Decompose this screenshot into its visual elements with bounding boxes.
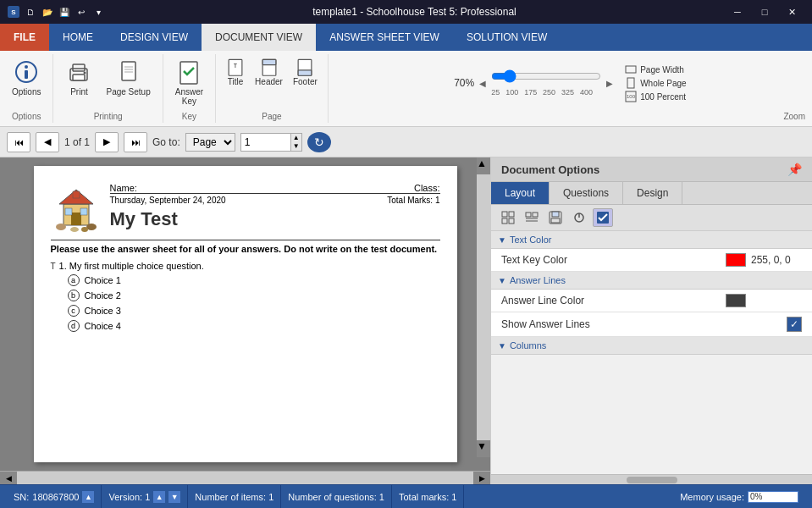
svg-rect-39 xyxy=(533,213,538,217)
columns-header[interactable]: ▼ Columns xyxy=(491,337,812,355)
memory-value: 0% xyxy=(750,492,762,501)
svg-rect-35 xyxy=(509,212,514,217)
nav-last-button[interactable]: ⏭ xyxy=(124,132,147,152)
show-answer-lines-label: Show Answer Lines xyxy=(501,318,787,330)
answer-lines-header[interactable]: ▼ Answer Lines xyxy=(491,272,812,290)
tab-home[interactable]: HOME xyxy=(49,24,107,51)
answer-key-button[interactable]: AnswerKey xyxy=(170,56,208,108)
page-number-up[interactable]: ▲ xyxy=(291,134,301,142)
title-button[interactable]: T Title xyxy=(223,56,248,88)
tab-design[interactable]: Design xyxy=(623,182,682,204)
date-line: Thursday, September 24, 2020 Total Marks… xyxy=(110,196,440,205)
pin-button[interactable]: 📌 xyxy=(787,163,802,176)
nav-first-button[interactable]: ⏮ xyxy=(7,132,30,152)
right-panel-header: Document Options 📌 xyxy=(491,157,812,182)
toolbar-btn-check[interactable] xyxy=(593,208,613,227)
svg-rect-6 xyxy=(73,64,85,71)
tab-answer-sheet-view[interactable]: ANSWER SHEET VIEW xyxy=(316,24,453,51)
vertical-scrollbar[interactable]: ▲ ▼ xyxy=(477,157,490,457)
minimize-button[interactable]: ─ xyxy=(724,0,751,24)
window-controls: ─ □ ✕ xyxy=(724,0,805,24)
document-area[interactable]: ▲ ▼ xyxy=(0,157,490,471)
page-type-select[interactable]: Page xyxy=(185,133,235,152)
page-number-down[interactable]: ▼ xyxy=(291,142,301,151)
page-setup-button[interactable]: Page Setup xyxy=(101,56,155,99)
tab-document-view[interactable]: DOCUMENT VIEW xyxy=(202,24,316,51)
version-up-arrow[interactable]: ▲ xyxy=(153,491,165,503)
zoom-label-25: 25 xyxy=(491,88,500,97)
test-instructions: Please use the answer sheet for all of y… xyxy=(51,240,440,254)
page-number-spinner: ▲ ▼ xyxy=(291,133,302,152)
page-width-button[interactable]: Page Width xyxy=(625,64,686,75)
memory-bar: 0% xyxy=(748,491,798,503)
svg-rect-36 xyxy=(502,218,507,224)
header-button[interactable]: Header xyxy=(251,56,286,88)
total-marks: Total Marks: 1 xyxy=(387,196,439,205)
answer-line-color-swatch[interactable] xyxy=(726,294,746,307)
panel-bottom-scrollbar[interactable] xyxy=(491,474,812,484)
tab-file[interactable]: FILE xyxy=(0,24,49,51)
open-icon[interactable]: 📂 xyxy=(41,5,54,19)
new-icon[interactable]: 🗋 xyxy=(24,5,37,19)
svg-rect-19 xyxy=(299,70,312,75)
whole-page-label: Whole Page xyxy=(640,79,686,88)
nav-prev-button[interactable]: ◀ xyxy=(36,132,59,152)
footer-button[interactable]: Footer xyxy=(290,56,321,88)
toolbar-btn-save[interactable] xyxy=(545,208,566,227)
scroll-thumb-down[interactable]: ▼ xyxy=(477,440,490,457)
status-bar: SN: 180867800 ▲ Version: 1 ▲ ▼ Number of… xyxy=(0,484,812,508)
whole-page-button[interactable]: Whole Page xyxy=(625,77,686,89)
text-key-color-label: Text Key Color xyxy=(501,254,726,266)
choice-b: b Choice 2 xyxy=(68,290,440,301)
choice-d-circle: d xyxy=(68,320,80,332)
toolbar-btn-grid[interactable] xyxy=(498,208,518,227)
percent-100-label: 100 Percent xyxy=(640,92,686,102)
text-color-header[interactable]: ▼ Text Color xyxy=(491,231,812,249)
options-label: Options xyxy=(12,87,41,97)
version-down-arrow[interactable]: ▼ xyxy=(168,491,180,503)
memory-label: Memory usage: xyxy=(680,492,744,502)
tab-questions[interactable]: Questions xyxy=(550,182,623,204)
t-marker: T xyxy=(51,262,56,271)
save-icon[interactable]: 💾 xyxy=(58,5,71,19)
print-button[interactable]: Print xyxy=(60,56,97,99)
show-answer-lines-checkbox[interactable] xyxy=(787,317,802,332)
svg-rect-7 xyxy=(73,75,85,80)
dropdown-icon[interactable]: ▾ xyxy=(91,5,105,19)
zoom-right-arrow[interactable]: ▶ xyxy=(606,79,613,88)
marks-label: Total marks: 1 xyxy=(399,492,456,502)
toolbar-btn-list[interactable] xyxy=(522,208,542,227)
horizontal-scrollbar[interactable]: ◀ ▶ xyxy=(0,471,490,484)
zoom-left-arrow[interactable]: ◀ xyxy=(479,79,486,88)
window-title: template1 - Schoolhouse Test 5: Professi… xyxy=(312,6,516,18)
ribbon-group-key: AnswerKey Key xyxy=(163,54,216,123)
percent-100-button[interactable]: 100 100 Percent xyxy=(625,91,686,102)
undo-icon[interactable]: ↩ xyxy=(75,5,88,19)
scroll-right-btn[interactable]: ▶ xyxy=(473,472,490,484)
options-group-label: Options xyxy=(12,112,41,121)
answer-line-color-label: Answer Line Color xyxy=(501,295,726,306)
status-marks: Total marks: 1 xyxy=(392,485,464,508)
options-button[interactable]: Options xyxy=(7,56,46,99)
text-key-color-swatch[interactable] xyxy=(726,253,746,267)
choice-d-text: Choice 4 xyxy=(85,321,121,331)
scroll-left-btn[interactable]: ◀ xyxy=(0,472,17,484)
maximize-button[interactable]: □ xyxy=(751,0,778,24)
tab-layout[interactable]: Layout xyxy=(491,182,550,204)
scroll-thumb-up[interactable]: ▲ xyxy=(477,157,490,174)
zoom-slider[interactable] xyxy=(491,69,601,83)
page-number-input[interactable] xyxy=(240,133,291,152)
page-info: 1 of 1 xyxy=(64,136,90,148)
refresh-button[interactable]: ↻ xyxy=(307,132,331,152)
close-button[interactable]: ✕ xyxy=(778,0,805,24)
text-key-color-row: Text Key Color 255, 0, 0 xyxy=(491,249,812,272)
sn-up-arrow[interactable]: ▲ xyxy=(82,491,94,503)
nav-next-button[interactable]: ▶ xyxy=(95,132,119,152)
toolbar-btn-power[interactable] xyxy=(569,208,589,227)
answer-lines-title: Answer Lines xyxy=(510,275,566,285)
tab-design-view[interactable]: DESIGN VIEW xyxy=(107,24,202,51)
tab-solution-view[interactable]: SOLUTION VIEW xyxy=(453,24,561,51)
text-color-arrow: ▼ xyxy=(498,235,506,245)
app-icon: S xyxy=(7,5,20,19)
ribbon-key-items: AnswerKey xyxy=(170,56,208,110)
